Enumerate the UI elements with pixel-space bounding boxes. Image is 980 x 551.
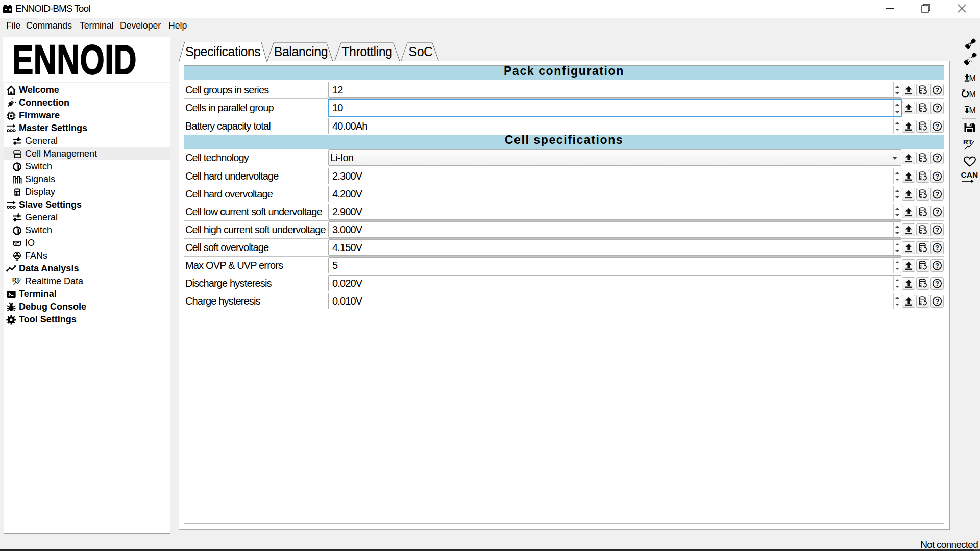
svg-text:Balancing: Balancing [274,44,328,59]
svg-text:M: M [969,106,976,115]
svg-text:M: M [969,90,976,98]
svg-text:CAN: CAN [961,170,978,179]
svg-text:M: M [969,74,976,83]
svg-text:SoC: SoC [409,44,433,59]
svg-text:Throttling: Throttling [341,44,392,59]
svg-text:Specifications: Specifications [185,44,260,59]
